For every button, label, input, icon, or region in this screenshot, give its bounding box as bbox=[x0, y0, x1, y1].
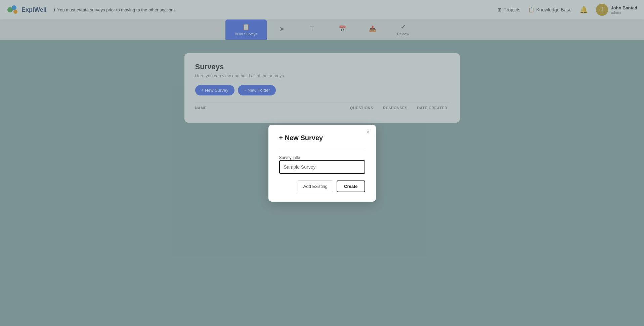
survey-title-label: Survey Title bbox=[279, 155, 300, 160]
add-existing-button[interactable]: Add Existing bbox=[298, 180, 333, 192]
survey-title-input[interactable] bbox=[279, 160, 365, 174]
modal-title: + New Survey bbox=[279, 134, 365, 142]
modal-overlay[interactable]: × + New Survey Survey Title Add Existing… bbox=[0, 0, 644, 326]
create-button[interactable]: Create bbox=[337, 180, 365, 192]
modal-divider bbox=[279, 148, 365, 148]
modal-close-button[interactable]: × bbox=[366, 129, 370, 135]
modal-actions: Add Existing Create bbox=[279, 180, 365, 192]
new-survey-modal: × + New Survey Survey Title Add Existing… bbox=[268, 125, 376, 202]
